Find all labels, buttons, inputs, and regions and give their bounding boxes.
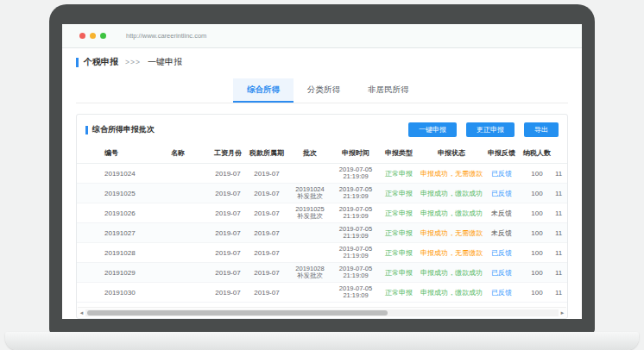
feedback-badge: 已反馈 bbox=[491, 190, 512, 197]
feedback-badge: 已反馈 bbox=[491, 269, 512, 277]
declare-time-value: 2019-07-0521:19:09 bbox=[332, 246, 379, 260]
cell-salary_month: 2019-07 bbox=[210, 289, 246, 297]
table-row: 201910262019-072019-0720191025补发批次2019-0… bbox=[77, 203, 568, 223]
header-taxpayer_count: 纳税人数 bbox=[519, 148, 555, 158]
cell-declare_time: 2019-07-0521:19:09 bbox=[332, 226, 379, 241]
cell-tax_period: 2019-07 bbox=[246, 170, 287, 178]
panel-accent-bar bbox=[85, 126, 88, 134]
header-name: 名称 bbox=[146, 148, 210, 158]
feedback-badge: 已反馈 bbox=[491, 289, 512, 297]
scrollbar-track[interactable] bbox=[85, 309, 559, 316]
cell-feedback: 已反馈 bbox=[484, 268, 519, 278]
cell-declare_status: 申报成功，缴款成功 bbox=[419, 288, 484, 297]
correct-declare-button[interactable]: 更正申报 bbox=[466, 122, 515, 137]
declare-clock: 21:19:09 bbox=[332, 272, 379, 280]
cell-salary_month: 2019-07 bbox=[210, 209, 246, 217]
declare-type-value: 正常申报 bbox=[385, 190, 413, 197]
declare-clock: 21:19:09 bbox=[332, 193, 379, 201]
table-header-row: 编号名称工资月份税款所属期批次申报时间申报类型申报状态申报反馈纳税人数 bbox=[77, 143, 568, 164]
declare-time-value: 2019-07-0521:19:09 bbox=[332, 166, 379, 181]
cell-batch: 20191024补发批次 bbox=[287, 186, 332, 201]
scroll-left-icon[interactable]: ◄ bbox=[78, 310, 85, 316]
header-salary_month: 工资月份 bbox=[210, 148, 246, 158]
cell-declare_type: 正常申报 bbox=[379, 228, 419, 238]
header-tax_period: 税款所属期 bbox=[246, 148, 287, 158]
cell-extra: 11 bbox=[555, 209, 568, 217]
table-row: 201910302019-072019-072019-07-0521:19:09… bbox=[77, 283, 568, 303]
browser-close-icon[interactable] bbox=[79, 33, 85, 39]
table-row: 201910272019-072019-072019-07-0521:19:09… bbox=[77, 223, 568, 243]
cell-declare_status: 申报成功，无需缴款 bbox=[419, 228, 484, 238]
declare-clock: 21:19:09 bbox=[332, 292, 379, 300]
declare-status-value: 申报成功，无需缴款 bbox=[420, 229, 483, 237]
declare-type-value: 正常申报 bbox=[385, 209, 413, 217]
cell-taxpayer_count: 100 bbox=[519, 170, 555, 178]
cell-salary_month: 2019-07 bbox=[210, 269, 246, 277]
cell-declare_time: 2019-07-0521:19:09 bbox=[332, 246, 379, 260]
cell-taxpayer_count: 100 bbox=[519, 289, 555, 297]
declare-status-value: 申报成功，无需缴款 bbox=[420, 170, 483, 178]
table-row: 201910282019-072019-072019-07-0521:19:09… bbox=[77, 243, 568, 263]
cell-declare_type: 正常申报 bbox=[379, 189, 419, 198]
declare-clock: 21:19:09 bbox=[332, 173, 379, 181]
header-batch: 批次 bbox=[287, 148, 332, 158]
cell-feedback: 已反馈 bbox=[484, 248, 519, 258]
cell-tax_period: 2019-07 bbox=[246, 269, 287, 277]
declare-type-value: 正常申报 bbox=[385, 170, 413, 178]
table-row: 201910242019-072019-072019-07-0521:19:09… bbox=[77, 164, 568, 184]
breadcrumb: 个税申报 >>> 一键申报 bbox=[76, 56, 582, 68]
one-click-declare-button[interactable]: 一键申报 bbox=[408, 122, 457, 137]
cell-id: 20191030 bbox=[104, 289, 146, 297]
browser-bar: http://www.careerintlinc.com bbox=[62, 24, 582, 48]
cell-declare_type: 正常申报 bbox=[379, 248, 419, 258]
tab-feijumin[interactable]: 非居民所得 bbox=[354, 78, 423, 103]
declare-clock: 21:19:09 bbox=[332, 253, 379, 260]
table-row: 201910292019-072019-0720191028补发批次2019-0… bbox=[77, 263, 568, 283]
cell-feedback: 未反馈 bbox=[484, 228, 519, 238]
panel-header: 综合所得申报批次 一键申报更正申报导出 bbox=[77, 115, 567, 143]
cell-batch: 20191025补发批次 bbox=[287, 206, 332, 221]
cell-declare_status: 申报成功，无需缴款 bbox=[419, 248, 484, 258]
cell-id: 20191025 bbox=[104, 190, 146, 197]
cell-tax_period: 2019-07 bbox=[246, 190, 287, 197]
address-bar[interactable]: http://www.careerintlinc.com bbox=[126, 32, 206, 40]
cell-feedback: 未反馈 bbox=[484, 209, 519, 218]
batch-value: 20191028补发批次 bbox=[287, 266, 332, 280]
panel-title: 综合所得申报批次 bbox=[92, 124, 155, 135]
cell-declare_type: 正常申报 bbox=[379, 268, 419, 278]
cell-extra: 11 bbox=[555, 269, 568, 277]
cell-taxpayer_count: 100 bbox=[519, 269, 555, 277]
cell-extra: 11 bbox=[555, 249, 568, 257]
cell-tax_period: 2019-07 bbox=[246, 289, 287, 297]
tab-zonghe[interactable]: 综合所得 bbox=[233, 78, 294, 103]
batch-table: 编号名称工资月份税款所属期批次申报时间申报类型申报状态申报反馈纳税人数 2019… bbox=[77, 143, 568, 303]
cell-tax_period: 2019-07 bbox=[246, 229, 287, 237]
declare-clock: 21:19:09 bbox=[332, 213, 379, 221]
browser-minimize-icon[interactable] bbox=[90, 33, 96, 39]
cell-salary_month: 2019-07 bbox=[210, 229, 246, 237]
laptop-base bbox=[5, 332, 639, 350]
breadcrumb-separator: >>> bbox=[125, 58, 141, 66]
batch-value: 20191024补发批次 bbox=[287, 186, 332, 201]
cell-id: 20191027 bbox=[104, 229, 146, 237]
header-feedback: 申报反馈 bbox=[484, 148, 519, 158]
declare-status-value: 申报成功，缴款成功 bbox=[420, 289, 483, 297]
cell-declare_status: 申报成功，缴款成功 bbox=[419, 209, 484, 218]
cell-tax_period: 2019-07 bbox=[246, 249, 287, 257]
declare-time-value: 2019-07-0521:19:09 bbox=[332, 226, 379, 241]
declare-type-value: 正常申报 bbox=[385, 269, 413, 277]
declare-status-value: 申报成功，无需缴款 bbox=[420, 249, 483, 257]
scrollbar-thumb[interactable] bbox=[87, 310, 388, 316]
cell-feedback: 已反馈 bbox=[484, 189, 519, 198]
cell-taxpayer_count: 100 bbox=[519, 209, 555, 217]
cell-declare_type: 正常申报 bbox=[379, 209, 419, 218]
cell-declare_status: 申报成功，缴款成功 bbox=[419, 189, 484, 198]
feedback-badge: 未反馈 bbox=[491, 229, 512, 237]
feedback-badge: 已反馈 bbox=[491, 170, 512, 178]
scroll-right-icon[interactable]: ► bbox=[559, 310, 566, 316]
panel-title-wrap: 综合所得申报批次 bbox=[85, 124, 155, 135]
export-button[interactable]: 导出 bbox=[524, 122, 559, 137]
tab-fenlei[interactable]: 分类所得 bbox=[294, 78, 354, 103]
horizontal-scrollbar[interactable]: ◄ ► bbox=[78, 307, 566, 317]
browser-maximize-icon[interactable] bbox=[100, 33, 106, 39]
